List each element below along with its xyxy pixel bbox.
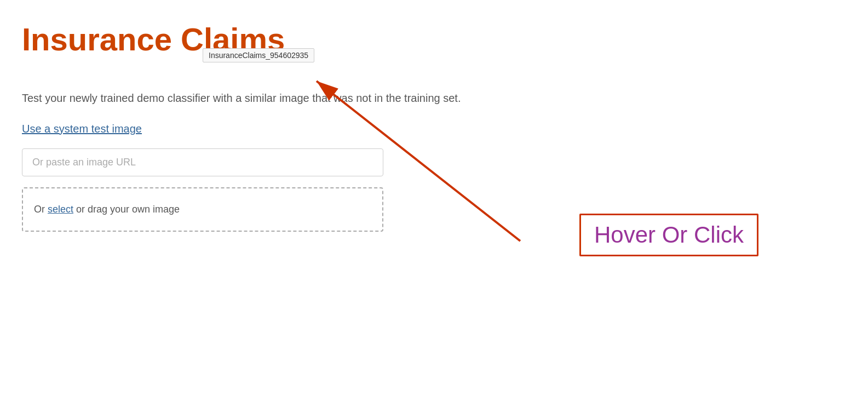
select-file-link[interactable]: select (48, 204, 73, 215)
drop-zone-text-before: Or (34, 204, 48, 215)
image-drop-zone[interactable]: Or select or drag your own image (22, 187, 383, 232)
tooltip-box: InsuranceClaims_954602935 (203, 48, 314, 62)
drop-zone-text-after: or drag your own image (73, 204, 180, 215)
system-test-link[interactable]: Use a system test image (22, 123, 142, 135)
hover-click-annotation: Hover Or Click (579, 214, 758, 256)
image-url-input[interactable] (22, 148, 383, 176)
page-title: Insurance Claims (22, 22, 846, 57)
hover-click-label: Hover Or Click (594, 222, 744, 248)
page-description: Test your newly trained demo classifier … (22, 90, 734, 106)
